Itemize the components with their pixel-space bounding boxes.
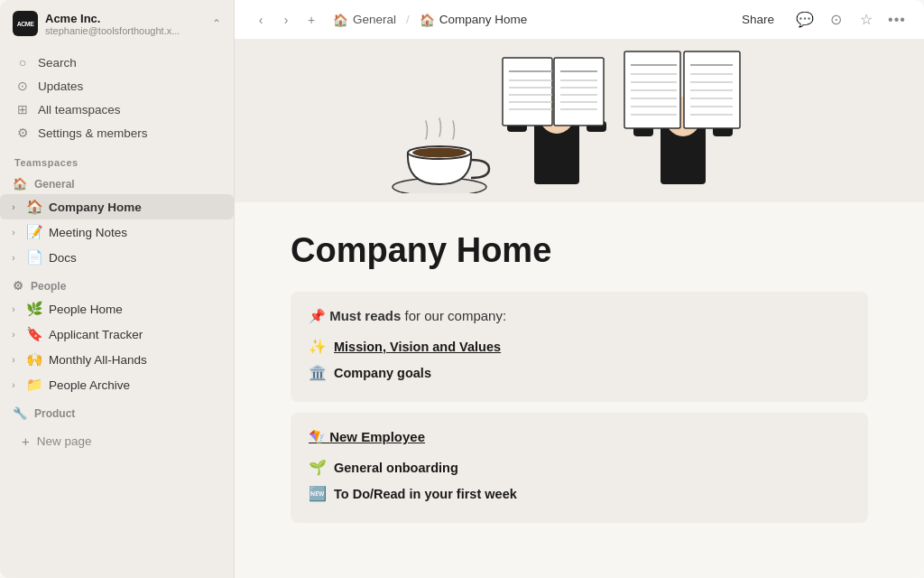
breadcrumb: 🏠 General / 🏠 Company Home [328,10,724,30]
people-group-label[interactable]: ⚙ People [0,274,234,296]
hero-illustration [354,40,805,193]
sidebar-item-search-label: Search [38,56,77,70]
history-button[interactable]: ⊙ [823,7,848,33]
sidebar: ACME Acme Inc. stephanie@toolsforthought… [0,0,235,578]
company-goals-link[interactable]: 🏛️ Company goals [309,359,850,386]
docs-chevron-icon: › [7,253,20,263]
favorite-button[interactable]: ☆ [854,7,879,33]
breadcrumb-general-icon: 🏠 [333,13,348,27]
star-icon: ☆ [860,11,873,28]
sidebar-item-people-archive[interactable]: › 📁 People Archive [0,372,234,397]
breadcrumb-company-home-icon: 🏠 [420,13,435,27]
mission-vision-label[interactable]: Mission, Vision and Values [334,340,501,354]
titlebar-nav: ‹ › + [249,8,323,32]
sparkles-icon: ✨ [309,338,327,355]
sidebar-nav: ○ Search ⊙ Updates ⊞ All teamspaces ⚙ Se… [0,47,234,148]
people-archive-label: People Archive [49,378,226,392]
monthly-all-hands-icon: 🙌 [25,351,43,368]
hero-banner [235,40,924,202]
building-icon: 🏛️ [309,364,327,381]
product-icon: 🔧 [13,406,27,420]
sidebar-item-all-teamspaces-label: All teamspaces [38,103,121,117]
comment-icon: 💬 [796,11,814,28]
people-label: People [31,280,66,293]
people-home-label: People Home [49,303,226,316]
people-group: ⚙ People › 🌿 People Home › 🔖 Applicant T… [0,274,234,397]
todo-read-link[interactable]: 🆕 To Do/Read in your first week [309,480,850,507]
workspace-info: Acme Inc. stephanie@toolsforthought.x... [45,12,205,36]
comment-button[interactable]: 💬 [792,7,818,33]
card-header-must-reads: 📌 Must reads for our company: [309,308,850,324]
sidebar-item-company-home[interactable]: › 🏠 Company Home [0,194,234,219]
new-employee-title[interactable]: 🪁 New Employee [309,429,850,445]
breadcrumb-general-label: General [353,13,396,26]
company-home-chevron-icon: › [7,202,20,212]
settings-icon: ⚙ [14,126,31,140]
monthly-all-hands-label: Monthly All-Hands [49,353,226,367]
titlebar-actions: Share 💬 ⊙ ☆ ••• [729,7,910,33]
sidebar-item-monthly-all-hands[interactable]: › 🙌 Monthly All-Hands [0,347,234,372]
sidebar-item-all-teamspaces[interactable]: ⊞ All teamspaces [7,98,226,121]
seedling-icon: 🌱 [309,459,327,476]
product-group-label[interactable]: 🔧 Product [0,401,234,424]
meeting-notes-chevron-icon: › [7,228,20,238]
pin-icon: 📌 [309,308,326,323]
back-button[interactable]: ‹ [249,8,273,32]
workspace-logo: ACME [13,11,38,36]
breadcrumb-general[interactable]: 🏠 General [328,10,401,30]
general-home-icon: 🏠 [13,177,27,191]
updates-icon: ⊙ [14,79,31,93]
svg-rect-8 [554,58,604,126]
applicant-tracker-icon: 🔖 [25,326,43,342]
more-options-button[interactable]: ••• [884,7,910,33]
sidebar-item-settings[interactable]: ⚙ Settings & members [7,121,226,144]
sidebar-item-people-home[interactable]: › 🌿 People Home [0,296,234,322]
people-gear-icon: ⚙ [13,279,23,293]
search-icon: ○ [14,55,31,70]
people-archive-icon: 📁 [25,377,43,393]
new-badge-icon: 🆕 [309,485,327,502]
share-button[interactable]: Share [729,8,787,31]
kite-icon: 🪁 [309,429,329,444]
docs-label: Docs [49,251,226,265]
page-content: Company Home 📌 Must reads for our compan… [235,40,924,578]
general-onboarding-label: General onboarding [334,461,458,475]
company-home-label: Company Home [49,200,226,214]
sidebar-item-docs[interactable]: › 📄 Docs [0,245,234,270]
page-title: Company Home [291,231,868,270]
new-page-titlebar-button[interactable]: + [300,8,323,32]
docs-icon: 📄 [25,249,43,266]
todo-read-label: To Do/Read in your first week [334,487,517,501]
mission-vision-link[interactable]: ✨ Mission, Vision and Values [309,333,850,359]
company-goals-label: Company goals [334,366,431,380]
new-page-button[interactable]: + New page [7,429,226,453]
meeting-notes-label: Meeting Notes [49,226,226,239]
people-archive-chevron-icon: › [7,380,20,390]
sidebar-item-search[interactable]: ○ Search [7,51,226,74]
applicant-tracker-label: Applicant Tracker [49,328,226,341]
sidebar-item-meeting-notes[interactable]: › 📝 Meeting Notes [0,219,234,245]
people-home-chevron-icon: › [7,304,20,314]
new-page-label: New page [37,434,92,448]
svg-point-2 [412,148,467,158]
people-home-icon: 🌿 [25,301,43,317]
sidebar-item-applicant-tracker[interactable]: › 🔖 Applicant Tracker [0,322,234,347]
general-group-label[interactable]: 🏠 General [0,172,234,194]
breadcrumb-company-home[interactable]: 🏠 Company Home [415,10,532,30]
main-content: ‹ › + 🏠 General / 🏠 Company Home Share 💬… [235,0,924,578]
sidebar-item-updates-label: Updates [38,79,83,93]
new-employee-card: 🪁 New Employee 🌱 General onboarding 🆕 To… [291,413,868,523]
workspace-header[interactable]: ACME Acme Inc. stephanie@toolsforthought… [0,0,234,47]
forward-button[interactable]: › [274,8,298,32]
sidebar-item-updates[interactable]: ⊙ Updates [7,74,226,98]
applicant-tracker-chevron-icon: › [7,330,20,340]
general-onboarding-link[interactable]: 🌱 General onboarding [309,454,850,480]
monthly-all-hands-chevron-icon: › [7,355,20,365]
product-group: 🔧 Product [0,401,234,424]
general-label: General [34,178,75,191]
plus-icon: + [22,434,30,449]
meeting-notes-icon: 📝 [25,224,43,240]
company-home-icon: 🏠 [25,199,43,215]
product-label: Product [34,407,75,420]
new-employee-label: New Employee [329,429,425,444]
